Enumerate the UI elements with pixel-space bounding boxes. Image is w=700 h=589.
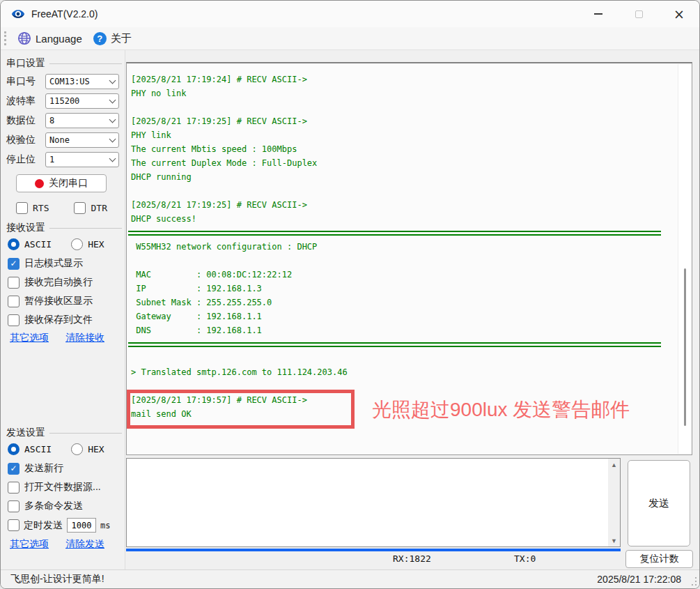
serial-field-label: 波特率: [6, 95, 45, 107]
toolbar: Language ? 关于: [1, 27, 699, 50]
receive-other-options-link[interactable]: 其它选项: [10, 332, 49, 344]
clear-send-link[interactable]: 清除发送: [65, 538, 104, 551]
reset-count-button[interactable]: 复位计数: [625, 550, 693, 568]
send-box: ▲ ▼: [126, 458, 621, 547]
timed-send-label: 定时发送: [24, 519, 63, 532]
option-checkbox[interactable]: 接收完自动换行: [8, 275, 125, 289]
option-label: 发送新行: [24, 462, 63, 475]
minimize-button[interactable]: [578, 1, 619, 27]
log-line: [131, 100, 678, 114]
serial-field-select[interactable]: 1: [45, 152, 119, 167]
send-ascii-radio[interactable]: ASCII: [8, 443, 52, 455]
serial-field-label: 串口号: [6, 75, 45, 88]
chevron-down-icon: [109, 155, 116, 162]
log-line: [131, 254, 678, 268]
unchecked-checkbox-icon: [8, 500, 20, 512]
panel-spacer: [1, 344, 125, 425]
dtr-checkbox[interactable]: DTR: [74, 201, 107, 215]
timed-send-unit-label: ms: [100, 521, 110, 530]
serial-field-row: 停止位1: [6, 152, 119, 167]
send-scrollbar-track[interactable]: ▲ ▼: [608, 459, 620, 546]
option-label: 打开文件数据源...: [24, 481, 101, 494]
serial-field-label: 数据位: [6, 114, 45, 127]
option-checkbox[interactable]: ✓发送新行: [8, 461, 125, 475]
language-button[interactable]: Language: [12, 29, 88, 48]
send-other-options-link[interactable]: 其它选项: [10, 538, 49, 551]
log-line: PHY no link: [131, 86, 678, 100]
log-line: DHCP running: [131, 170, 678, 184]
scroll-up-icon[interactable]: ▲: [608, 459, 620, 471]
dtr-checkbox-box: [74, 202, 86, 214]
status-bar: 飞思创-让设计更简单! 2025/8/21 17:22:08: [1, 569, 699, 588]
option-checkbox[interactable]: ✓日志模式显示: [8, 257, 125, 270]
receive-options: ✓日志模式显示接收完自动换行暂停接收区显示接收保存到文件: [1, 257, 125, 327]
log-line: MAC : 00:08:DC:12:22:12: [131, 268, 678, 282]
serial-field-select[interactable]: None: [45, 132, 119, 148]
close-port-button[interactable]: 关闭串口: [16, 174, 107, 192]
option-checkbox[interactable]: 多条命令发送: [8, 499, 125, 513]
close-button[interactable]: ×: [659, 1, 699, 27]
log-line: DHCP success!: [131, 212, 678, 226]
receive-ascii-label: ASCII: [24, 239, 52, 250]
chevron-down-icon: [109, 135, 116, 142]
receive-ascii-radio[interactable]: ASCII: [8, 238, 52, 250]
log-line: PHY link: [131, 128, 678, 142]
option-label: 接收完自动换行: [24, 276, 93, 289]
serial-field-label: 校验位: [6, 134, 45, 146]
serial-fields: 串口号COM13:US波特率115200数据位8校验位None停止位1: [1, 74, 125, 167]
serial-field-select[interactable]: 8: [45, 113, 119, 128]
about-button[interactable]: ? 关于: [88, 29, 137, 48]
maximize-button[interactable]: [619, 1, 659, 27]
radio-selected-icon: [8, 238, 20, 250]
option-label: 日志模式显示: [24, 257, 83, 270]
timed-send-checkbox[interactable]: [8, 519, 20, 531]
rts-checkbox[interactable]: RTS: [16, 201, 49, 215]
serial-field-select[interactable]: COM13:US: [45, 74, 119, 89]
scroll-down-icon[interactable]: ▼: [608, 535, 620, 546]
serial-field-label: 停止位: [6, 153, 45, 166]
option-label: 接收保存到文件: [24, 314, 93, 326]
log-line: [131, 351, 678, 365]
option-checkbox[interactable]: 打开文件数据源...: [8, 480, 125, 494]
receive-settings-title: 接收设置: [6, 222, 122, 234]
unchecked-checkbox-icon: [8, 314, 20, 326]
timed-send-interval-input[interactable]: [67, 518, 96, 533]
receive-scrollbar-thumb[interactable]: [684, 268, 686, 426]
status-message: 飞思创-让设计更简单!: [10, 573, 104, 586]
receive-area[interactable]: [2025/8/21 17:19:24] # RECV ASCII->PHY n…: [126, 62, 692, 455]
serial-settings-title: 串口设置: [6, 57, 122, 70]
title-bar: FreeAT(V2.2.0) ×: [1, 1, 699, 27]
serial-field-row: 数据位8: [6, 113, 119, 128]
unchecked-checkbox-icon: [8, 277, 20, 289]
port-open-indicator-icon: [35, 179, 44, 188]
checked-checkbox-icon: ✓: [8, 258, 20, 270]
status-time: 2025/8/21 17:22:08: [597, 574, 681, 585]
clear-receive-link[interactable]: 清除接收: [65, 332, 104, 344]
send-ascii-label: ASCII: [24, 444, 52, 454]
language-label: Language: [36, 33, 82, 45]
resize-grip[interactable]: [690, 579, 697, 586]
log-line: W55MH32 network configuration : DHCP: [131, 240, 678, 254]
app-window: FreeAT(V2.2.0) × Language ? 关于 串口设置 串口号C…: [0, 0, 700, 589]
serial-field-select[interactable]: 115200: [45, 93, 119, 109]
log-line: > Translated smtp.126.com to 111.124.203…: [131, 365, 678, 379]
serial-field-row: 波特率115200: [6, 93, 119, 109]
toolbar-gripper[interactable]: [4, 31, 6, 45]
send-input[interactable]: [127, 459, 608, 546]
send-hex-radio[interactable]: HEX: [71, 443, 104, 455]
rts-checkbox-box: [16, 202, 28, 214]
log-line: The current Mbtis speed : 100Mbps: [131, 142, 678, 156]
progress-line: [126, 549, 621, 551]
radio-selected-icon: [8, 443, 20, 455]
settings-panel: 串口设置 串口号COM13:US波特率115200数据位8校验位None停止位1…: [1, 50, 125, 571]
unchecked-checkbox-icon: [8, 482, 20, 494]
option-checkbox[interactable]: 暂停接收区显示: [8, 294, 125, 308]
receive-hex-radio[interactable]: HEX: [71, 238, 104, 250]
globe-icon: [17, 31, 31, 45]
serial-field-row: 串口号COM13:US: [6, 74, 119, 89]
about-label: 关于: [111, 32, 132, 45]
option-checkbox[interactable]: 接收保存到文件: [8, 313, 125, 327]
log-line: [2025/8/21 17:19:24] # RECV ASCII->: [131, 72, 678, 86]
send-button[interactable]: 发送: [628, 460, 690, 546]
log-line: Subnet Mask : 255.255.255.0: [131, 296, 678, 309]
